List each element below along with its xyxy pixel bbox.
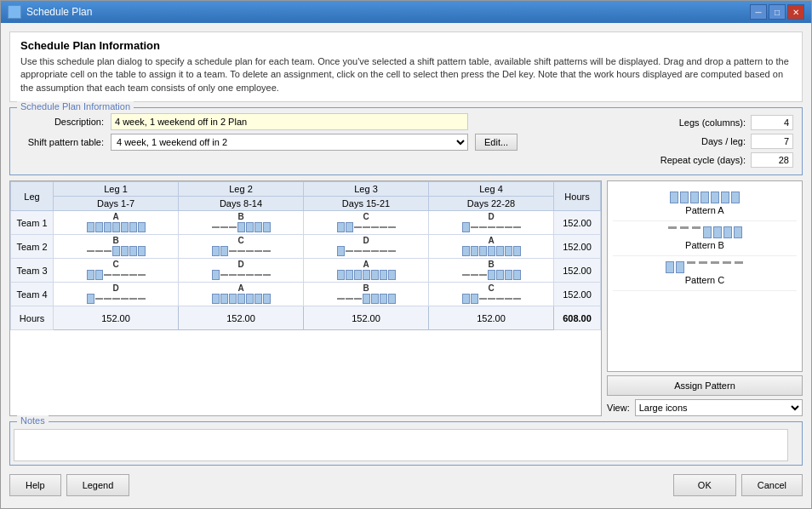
pattern-b-item: Pattern B (613, 221, 797, 256)
close-button[interactable]: ✕ (787, 4, 804, 20)
footer-right: OK Cancel (673, 474, 803, 496)
repeat-label: Repeat cycle (days): (635, 155, 746, 165)
shift-table-row: Shift pattern table: 4 week, 1 weekend o… (19, 134, 626, 151)
leg1-header: Leg 1 (54, 182, 179, 197)
window-title: Schedule Plan (26, 6, 92, 18)
help-button[interactable]: Help (9, 474, 61, 496)
pattern-cell-D[interactable]: D (54, 283, 179, 306)
main-window: Schedule Plan ─ □ ✕ Schedule Plan Inform… (0, 0, 812, 509)
leg1-days: Days 1-7 (54, 197, 179, 211)
table-row: Team 3CDAB152.00 (11, 259, 601, 283)
dash (735, 261, 743, 264)
block (711, 192, 719, 203)
assign-pattern-button[interactable]: Assign Pattern (607, 375, 803, 396)
pattern-cell-D[interactable]: D (179, 259, 304, 283)
legs-label: Legs (columns): (635, 117, 746, 128)
leg-hours-cell: 152.00 (429, 306, 554, 330)
hours-summary-row: Hours152.00152.00152.00152.00608.00 (11, 306, 601, 330)
block (713, 226, 722, 238)
shift-table-label: Shift pattern table: (19, 137, 104, 147)
hours-cell: 152.00 (554, 235, 601, 259)
block (703, 226, 712, 238)
team-cell: Team 3 (11, 259, 54, 283)
title-buttons: ─ □ ✕ (750, 4, 804, 20)
pattern-cell-B[interactable]: B (429, 259, 554, 283)
days-leg-input[interactable] (751, 134, 793, 149)
pattern-cell-A[interactable]: A (54, 211, 179, 235)
notes-legend: Notes (17, 415, 49, 426)
pattern-cell-C[interactable]: C (304, 211, 429, 235)
main-area: Leg Leg 1 Leg 2 Leg 3 Leg 4 Hours Days 1… (9, 180, 803, 416)
pattern-cell-A[interactable]: A (179, 283, 304, 306)
view-select[interactable]: Large icons Small icons List (635, 399, 803, 416)
header-description: Use this schedule plan dialog to specify… (20, 55, 792, 94)
pattern-cell-D[interactable]: D (304, 235, 429, 259)
pattern-cell-B[interactable]: B (179, 211, 304, 235)
view-label: View: (607, 403, 630, 413)
main-content: Schedule Plan Information Use this sched… (1, 23, 811, 508)
team-cell: Team 4 (11, 283, 54, 306)
form-section: Schedule Plan Information Description: S… (9, 107, 803, 175)
leg3-header: Leg 3 (304, 182, 429, 197)
table-row: Team 2BCDA152.00 (11, 235, 601, 259)
edit-button[interactable]: Edit... (475, 134, 518, 151)
team-cell: Team 2 (11, 235, 54, 259)
pattern-c-label: Pattern C (685, 275, 724, 285)
leg4-days: Days 22-28 (429, 197, 554, 211)
leg2-header: Leg 2 (179, 182, 304, 197)
block (680, 192, 689, 203)
notes-section: Notes (9, 421, 803, 466)
description-input[interactable] (111, 113, 468, 130)
description-row: Description: (19, 113, 626, 130)
repeat-input[interactable] (751, 152, 793, 168)
pattern-cell-D[interactable]: D (429, 211, 554, 235)
dash (668, 226, 677, 229)
title-bar: Schedule Plan ─ □ ✕ (1, 1, 811, 23)
ok-button[interactable]: OK (673, 474, 736, 496)
legs-input[interactable] (751, 115, 793, 130)
notes-content[interactable] (14, 429, 788, 461)
pattern-cell-C[interactable]: C (54, 259, 179, 283)
dash (692, 226, 700, 229)
pattern-a-label: Pattern A (685, 205, 723, 215)
pattern-cell-A[interactable]: A (304, 259, 429, 283)
block (700, 192, 709, 203)
hours-header: Hours (554, 182, 601, 211)
pattern-b-label: Pattern B (685, 240, 724, 250)
block (666, 261, 674, 273)
hours-cell: 152.00 (554, 211, 601, 235)
dash (711, 261, 719, 264)
legend-button[interactable]: Legend (66, 474, 130, 496)
pattern-cell-C[interactable]: C (429, 283, 554, 306)
dash (680, 226, 689, 229)
pattern-cell-C[interactable]: C (179, 235, 304, 259)
patterns-box: Pattern A Pattern B (607, 180, 803, 372)
right-panel: Pattern A Pattern B (607, 180, 803, 416)
pattern-c-blocks (666, 261, 744, 273)
days-leg-label: Days / leg: (635, 136, 746, 146)
view-row: View: Large icons Small icons List (607, 399, 803, 416)
footer: Help Legend OK Cancel (9, 471, 803, 500)
pattern-a-blocks (670, 192, 740, 203)
description-label: Description: (19, 117, 104, 127)
pattern-cell-A[interactable]: A (429, 235, 554, 259)
table-row: Team 1ABCD152.00 (11, 211, 601, 235)
block (676, 261, 684, 273)
pattern-cell-B[interactable]: B (304, 283, 429, 306)
dash (699, 261, 707, 264)
hours-cell: 152.00 (554, 259, 601, 283)
leg-hours-cell: 152.00 (179, 306, 304, 330)
leg-hours-cell: 152.00 (54, 306, 179, 330)
leg2-days: Days 8-14 (179, 197, 304, 211)
hours-row-label: Hours (11, 306, 54, 330)
maximize-button[interactable]: □ (769, 4, 786, 20)
cancel-button[interactable]: Cancel (741, 474, 803, 496)
shift-table-select[interactable]: 4 week, 1 weekend off in 2 (111, 134, 468, 151)
table-row: Team 4DABC152.00 (11, 283, 601, 306)
table-wrapper[interactable]: Leg Leg 1 Leg 2 Leg 3 Leg 4 Hours Days 1… (10, 181, 601, 415)
pattern-cell-B[interactable]: B (54, 235, 179, 259)
leg-header: Leg (11, 182, 54, 211)
minimize-button[interactable]: ─ (750, 4, 767, 20)
schedule-table: Leg Leg 1 Leg 2 Leg 3 Leg 4 Hours Days 1… (10, 181, 601, 330)
footer-left: Help Legend (9, 474, 129, 496)
